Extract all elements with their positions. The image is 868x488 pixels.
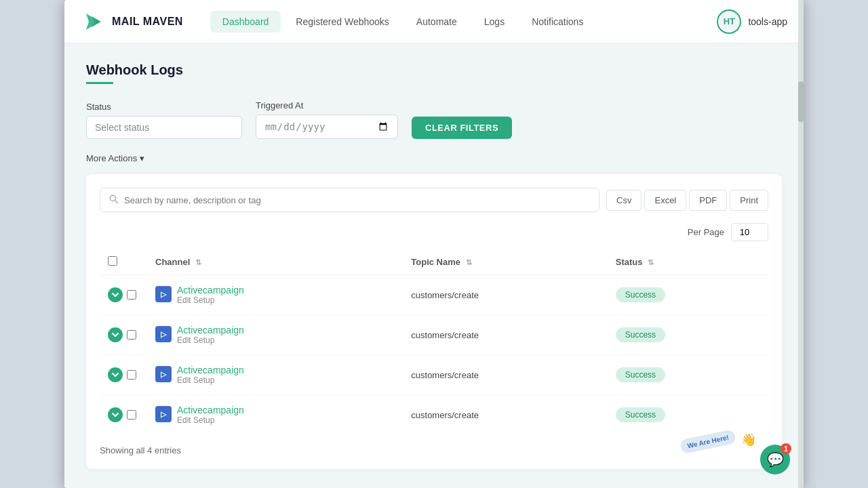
search-icon: [108, 194, 119, 206]
expand-button[interactable]: [108, 407, 123, 422]
status-badge: Success: [616, 367, 665, 382]
channel-name[interactable]: Activecampaign: [177, 365, 244, 375]
per-page-input[interactable]: [731, 223, 768, 241]
table-row: ▷ Activecampaign Edit Setup customers/cr…: [100, 355, 768, 395]
status-cell: Success: [608, 275, 768, 315]
topic-name: customers/create: [411, 410, 479, 420]
logo-icon: [81, 9, 105, 34]
channel-icon-letter: ▷: [161, 370, 166, 379]
nav-link-dashboard[interactable]: Dashboard: [210, 11, 281, 33]
status-badge: Success: [616, 287, 665, 302]
chat-widget: We Are Here! 👋 💬 1: [714, 426, 790, 474]
nav-link-automate[interactable]: Automate: [404, 11, 469, 33]
topic-name: customers/create: [411, 290, 479, 300]
channel-name[interactable]: Activecampaign: [177, 405, 244, 415]
channel-name[interactable]: Activecampaign: [177, 285, 244, 296]
status-cell: Success: [608, 315, 768, 355]
expand-button[interactable]: [108, 367, 123, 382]
channel-cell: ▷ Activecampaign Edit Setup: [147, 355, 403, 395]
nav-link-notifications[interactable]: Notifications: [519, 11, 595, 33]
search-box: [100, 188, 599, 212]
topic-cell: customers/create: [403, 355, 607, 395]
channel-cell: ▷ Activecampaign Edit Setup: [147, 395, 403, 435]
channel-edit[interactable]: Edit Setup: [177, 336, 244, 345]
topic-name: customers/create: [411, 330, 479, 340]
select-all-checkbox[interactable]: [108, 256, 117, 266]
channel-icon: ▷: [155, 326, 172, 342]
th-channel[interactable]: Channel ⇅: [147, 249, 403, 275]
channel-cell: ▷ Activecampaign Edit Setup: [147, 275, 403, 315]
user-area: HT tools-app: [717, 9, 787, 34]
nav-link-logs[interactable]: Logs: [472, 11, 517, 33]
nav-link-webhooks[interactable]: Registered Webhooks: [283, 11, 401, 33]
channel-icon-letter: ▷: [161, 290, 166, 299]
topic-cell: customers/create: [403, 315, 607, 355]
channel-name[interactable]: Activecampaign: [177, 325, 244, 336]
search-input[interactable]: [124, 195, 591, 205]
csv-button[interactable]: Csv: [606, 190, 642, 211]
status-badge: Success: [616, 327, 665, 342]
more-actions-dropdown[interactable]: More Actions ▾: [86, 153, 144, 163]
channel-edit[interactable]: Edit Setup: [177, 375, 244, 385]
search-export-row: Csv Excel PDF Print: [100, 188, 768, 212]
expand-button[interactable]: [108, 287, 123, 302]
page-title: Webhook Logs: [86, 62, 782, 78]
row-controls-cell: [100, 275, 147, 315]
channel-icon: ▷: [155, 366, 172, 382]
channel-sort-icon: ⇅: [195, 258, 201, 267]
th-topic[interactable]: Topic Name ⇅: [403, 249, 607, 275]
title-underline: [86, 82, 113, 84]
status-cell: Success: [608, 355, 768, 395]
main-content: Webhook Logs Status Select status Succes…: [64, 43, 804, 488]
pdf-button[interactable]: PDF: [689, 190, 727, 211]
row-controls-cell: [100, 355, 147, 395]
channel-cell: ▷ Activecampaign Edit Setup: [147, 315, 403, 355]
user-name: tools-app: [748, 16, 787, 27]
status-select[interactable]: Select status Success Failed: [86, 116, 242, 139]
print-button[interactable]: Print: [730, 190, 768, 211]
th-status[interactable]: Status ⇅: [608, 249, 768, 275]
th-select: [100, 249, 147, 275]
more-actions-label: More Actions: [86, 153, 137, 163]
channel-edit[interactable]: Edit Setup: [177, 415, 244, 425]
status-filter-group: Status Select status Success Failed: [86, 102, 242, 139]
export-buttons: Csv Excel PDF Print: [606, 190, 768, 211]
avatar[interactable]: HT: [717, 9, 741, 34]
channel-edit[interactable]: Edit Setup: [177, 296, 244, 305]
row-checkbox[interactable]: [127, 410, 136, 420]
status-sort-icon: ⇅: [648, 258, 654, 267]
table-row: ▷ Activecampaign Edit Setup customers/cr…: [100, 395, 768, 435]
channel-icon-letter: ▷: [161, 330, 166, 339]
table-card: Csv Excel PDF Print Per Page: [86, 174, 782, 469]
logo-text: MAIL MAVEN: [112, 16, 183, 28]
topic-name: customers/create: [411, 370, 479, 380]
data-table: Channel ⇅ Topic Name ⇅ Status ⇅: [100, 249, 768, 434]
chevron-down-icon: ▾: [140, 153, 144, 163]
row-checkbox[interactable]: [127, 330, 136, 340]
per-page-label: Per Page: [688, 227, 724, 237]
channel-icon-letter: ▷: [161, 410, 166, 419]
svg-line-3: [115, 201, 118, 203]
excel-button[interactable]: Excel: [644, 190, 686, 211]
channel-icon: ▷: [155, 286, 172, 302]
table-row: ▷ Activecampaign Edit Setup customers/cr…: [100, 275, 768, 315]
expand-button[interactable]: [108, 327, 123, 342]
date-input[interactable]: [256, 115, 398, 139]
per-page-row: Per Page: [100, 223, 768, 241]
chat-button[interactable]: 💬 1: [760, 445, 790, 474]
channel-icon: ▷: [155, 406, 172, 422]
status-badge: Success: [616, 407, 665, 422]
logo-area: MAIL MAVEN: [81, 9, 183, 34]
row-checkbox[interactable]: [127, 290, 136, 300]
topic-sort-icon: ⇅: [466, 258, 472, 267]
topic-cell: customers/create: [403, 395, 607, 435]
triggered-label: Triggered At: [256, 100, 398, 110]
triggered-filter-group: Triggered At: [256, 100, 398, 139]
filters-row: Status Select status Success Failed Trig…: [86, 100, 782, 139]
status-label: Status: [86, 102, 242, 112]
row-controls-cell: [100, 395, 147, 435]
row-checkbox[interactable]: [127, 370, 136, 380]
topic-cell: customers/create: [403, 275, 607, 315]
wave-icon: 👋: [741, 433, 756, 447]
clear-filters-button[interactable]: CLEAR FILTERS: [412, 117, 512, 139]
